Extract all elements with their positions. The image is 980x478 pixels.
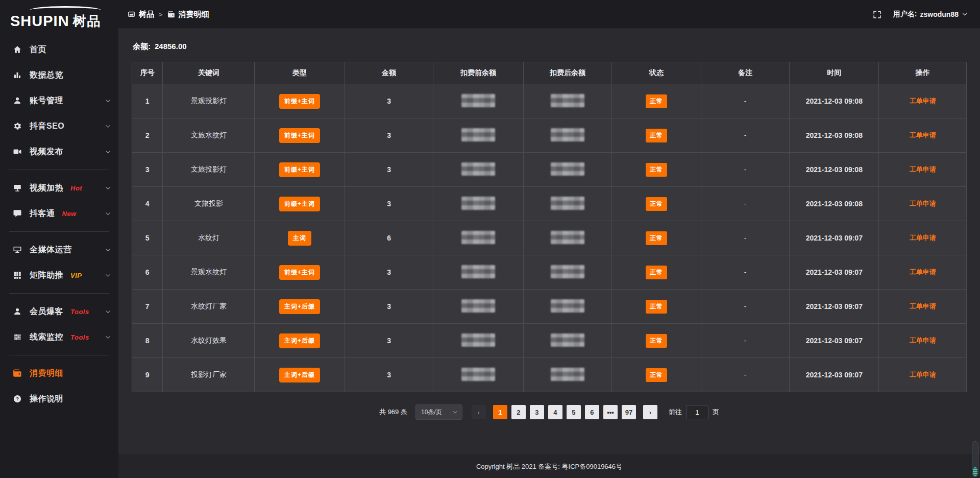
cell-balance-after bbox=[523, 324, 611, 358]
work-order-link[interactable]: 工单申请 bbox=[910, 337, 936, 344]
blurred-value bbox=[461, 265, 495, 278]
column-header: 扣费后余额 bbox=[523, 62, 611, 84]
page-button-6[interactable]: 6 bbox=[585, 405, 599, 419]
status-badge: 正常 bbox=[646, 266, 667, 279]
cell-balance-before bbox=[433, 221, 524, 255]
content-area: 余额:24856.00 序号关键词类型金额扣费前余额扣费后余额状态备注时间操作 … bbox=[118, 29, 980, 455]
work-order-link[interactable]: 工单申请 bbox=[910, 268, 936, 276]
sidebar-item-badge: Tools bbox=[70, 333, 89, 341]
fullscreen-button[interactable] bbox=[872, 10, 882, 19]
sidebar-item-label: 消费明细 bbox=[30, 368, 63, 379]
sidebar-item-10[interactable]: 矩阵助推VIP bbox=[0, 262, 118, 288]
sidebar-item-badge: New bbox=[62, 210, 77, 218]
page-button-5[interactable]: 5 bbox=[567, 405, 581, 419]
cell-remark: - bbox=[701, 153, 790, 187]
sidebar-item-1[interactable]: 数据总览 bbox=[0, 62, 118, 88]
sidebar-item-3[interactable]: 抖音SEO bbox=[0, 113, 118, 139]
work-order-link[interactable]: 工单申请 bbox=[910, 97, 936, 105]
blurred-value bbox=[461, 368, 495, 381]
sidebar-item-13[interactable]: 线索监控Tools bbox=[0, 324, 118, 350]
balance-label: 余额: bbox=[133, 42, 151, 51]
cell-status: 正常 bbox=[612, 84, 701, 118]
cell-time: 2021-12-03 09:08 bbox=[790, 153, 879, 187]
column-header: 时间 bbox=[790, 62, 879, 84]
main-column: 树品>消费明细 用户名: zswodun88 余额:24856.00 bbox=[118, 0, 980, 478]
chevron-down-icon bbox=[105, 123, 111, 130]
cell-index: 5 bbox=[132, 221, 163, 255]
table-row: 7水纹灯厂家主词+后缀3正常-2021-12-03 09:07工单申请 bbox=[132, 290, 967, 324]
sidebar-item-15[interactable]: 消费明细 bbox=[0, 361, 118, 386]
sidebar-item-2[interactable]: 账号管理 bbox=[0, 88, 118, 113]
scrollbar-thumb[interactable] bbox=[973, 467, 977, 476]
page-button-4[interactable]: 4 bbox=[548, 405, 562, 419]
cell-index: 1 bbox=[132, 84, 163, 118]
cell-time: 2021-12-03 09:07 bbox=[790, 290, 879, 324]
table-row: 3文旅投影灯前缀+主词3正常-2021-12-03 09:08工单申请 bbox=[132, 153, 967, 187]
sliders-icon bbox=[13, 332, 22, 342]
user-menu[interactable]: 用户名: zswodun88 bbox=[893, 10, 968, 19]
gear-icon bbox=[13, 122, 22, 131]
sidebar-item-label: 线索监控 bbox=[30, 332, 63, 343]
page-button-1[interactable]: 1 bbox=[493, 405, 507, 419]
sidebar-item-4[interactable]: 视频发布 bbox=[0, 139, 118, 164]
cell-balance-after bbox=[523, 153, 611, 187]
cell-balance-after bbox=[523, 118, 611, 153]
page-button-2[interactable]: 2 bbox=[511, 405, 526, 419]
cell-time: 2021-12-03 09:08 bbox=[790, 187, 879, 221]
blurred-value bbox=[461, 197, 495, 210]
cell-index: 6 bbox=[132, 255, 163, 290]
cell-index: 7 bbox=[132, 290, 163, 324]
cell-time: 2021-12-03 09:08 bbox=[790, 118, 879, 153]
cell-keyword: 文旅水纹灯 bbox=[163, 118, 255, 153]
breadcrumb-item-1[interactable]: 消费明细 bbox=[167, 10, 209, 19]
prev-page-button[interactable]: ‹ bbox=[472, 405, 486, 419]
cell-balance-before bbox=[433, 324, 524, 358]
goto-page-input[interactable] bbox=[686, 405, 708, 419]
page-button-97[interactable]: 97 bbox=[622, 405, 636, 419]
cell-keyword: 文旅投影灯 bbox=[163, 153, 255, 187]
page-button-3[interactable]: 3 bbox=[530, 405, 544, 419]
cell-amount: 3 bbox=[345, 255, 433, 290]
cell-status: 正常 bbox=[612, 255, 701, 290]
column-header: 类型 bbox=[255, 62, 345, 84]
cell-type: 前缀+主词 bbox=[255, 187, 345, 221]
footer: Copyright 树品 2021 备案号: 粤ICP备09019646号 bbox=[118, 455, 980, 478]
copyright-text: Copyright 树品 2021 备案号: 粤ICP备09019646号 bbox=[476, 462, 622, 471]
work-order-link[interactable]: 工单申请 bbox=[910, 200, 936, 207]
cell-time: 2021-12-03 09:08 bbox=[790, 84, 879, 118]
work-order-link[interactable]: 工单申请 bbox=[910, 165, 936, 173]
blurred-value bbox=[461, 231, 495, 244]
status-badge: 正常 bbox=[646, 231, 667, 245]
cell-status: 正常 bbox=[612, 153, 701, 187]
table-row: 1景观投影灯前缀+主词3正常-2021-12-03 09:08工单申请 bbox=[132, 84, 967, 118]
next-page-button[interactable]: › bbox=[643, 405, 657, 419]
work-order-link[interactable]: 工单申请 bbox=[910, 302, 936, 310]
cell-amount: 3 bbox=[345, 153, 433, 187]
page-size-select[interactable]: 10条/页 bbox=[415, 404, 462, 420]
cell-index: 9 bbox=[132, 358, 163, 392]
page-scrollbar[interactable] bbox=[972, 441, 978, 477]
breadcrumb-item-0[interactable]: 树品 bbox=[128, 10, 154, 19]
sidebar-item-badge: VIP bbox=[70, 272, 82, 279]
blurred-value bbox=[461, 162, 495, 176]
sidebar-item-label: 账号管理 bbox=[30, 95, 63, 106]
chevron-down-icon bbox=[452, 410, 458, 415]
app-root: SHUPIN 树品 首页数据总览账号管理抖音SEO视频发布视频加热Hot抖客通N… bbox=[0, 0, 980, 478]
sidebar-item-0[interactable]: 首页 bbox=[0, 37, 118, 62]
sidebar-item-6[interactable]: 视频加热Hot bbox=[0, 175, 118, 201]
sidebar-item-16[interactable]: ?操作说明 bbox=[0, 386, 118, 412]
cell-keyword: 投影灯厂家 bbox=[163, 358, 255, 392]
cell-time: 2021-12-03 09:07 bbox=[790, 324, 879, 358]
sidebar-item-12[interactable]: 会员爆客Tools bbox=[0, 299, 118, 324]
page-more-button[interactable]: ••• bbox=[603, 405, 618, 419]
sidebar-item-9[interactable]: 全媒体运营 bbox=[0, 237, 118, 262]
sidebar-item-7[interactable]: 抖客通New bbox=[0, 201, 118, 226]
fullscreen-icon bbox=[872, 10, 882, 19]
column-header: 序号 bbox=[132, 62, 163, 84]
type-badge: 前缀+主词 bbox=[279, 128, 320, 143]
work-order-link[interactable]: 工单申请 bbox=[910, 131, 936, 139]
work-order-link[interactable]: 工单申请 bbox=[910, 234, 936, 242]
cell-balance-after bbox=[523, 255, 611, 290]
work-order-link[interactable]: 工单申请 bbox=[910, 371, 936, 378]
cell-remark: - bbox=[701, 255, 790, 290]
